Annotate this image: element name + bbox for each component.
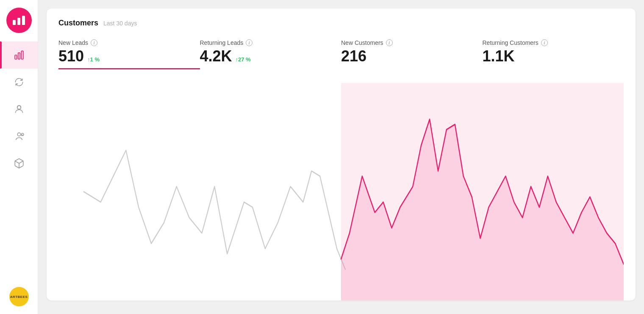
main-content: Customers Last 30 days New Leads i 510 ↑… [38, 0, 644, 314]
metric-new-leads[interactable]: New Leads i 510 ↑1 % [58, 39, 200, 69]
card-title: Customers [58, 19, 98, 28]
svg-rect-0 [13, 20, 16, 25]
metric-new-leads-label: New Leads i [58, 39, 192, 46]
chart-area [58, 83, 624, 300]
metric-returning-customers-label: Returning Customers i [483, 39, 616, 46]
card-subtitle: Last 30 days [103, 20, 137, 27]
svg-rect-2 [22, 16, 25, 25]
metric-returning-leads-value-row: 4.2K ↑27 % [200, 49, 333, 64]
returning-customers-info-icon[interactable]: i [541, 39, 548, 46]
new-leads-info-icon[interactable]: i [91, 39, 97, 46]
svg-rect-5 [21, 51, 23, 59]
sidebar: Artbees [0, 0, 38, 314]
chart-gray-line [84, 150, 345, 269]
metric-returning-leads[interactable]: Returning Leads i 4.2K ↑27 % [200, 39, 341, 69]
contacts-icon [14, 104, 25, 115]
metric-new-leads-value-row: 510 ↑1 % [58, 49, 192, 64]
sidebar-item-analytics[interactable] [0, 41, 38, 69]
metric-returning-leads-value: 4.2K [200, 49, 232, 64]
sidebar-bottom: Artbees [9, 287, 29, 306]
packages-icon [14, 158, 25, 169]
sidebar-item-sync[interactable] [0, 69, 38, 96]
analytics-icon [14, 50, 25, 61]
returning-leads-info-icon[interactable]: i [246, 39, 253, 46]
metric-new-customers-value-row: 216 [341, 49, 474, 64]
metrics-row: New Leads i 510 ↑1 % Returning Leads i 4… [58, 39, 624, 69]
customers-card: Customers Last 30 days New Leads i 510 ↑… [47, 8, 636, 300]
sync-icon [14, 77, 25, 88]
svg-rect-1 [17, 18, 20, 25]
metric-returning-customers[interactable]: Returning Customers i 1.1K [483, 39, 624, 69]
vendor-icon [14, 131, 25, 142]
new-customers-info-icon[interactable]: i [386, 39, 393, 46]
metric-new-customers-label: New Customers i [341, 39, 474, 46]
svg-rect-4 [18, 53, 19, 59]
svg-point-9 [21, 133, 23, 135]
metric-returning-customers-value: 1.1K [483, 49, 515, 64]
svg-point-8 [17, 133, 21, 136]
metric-new-customers-value: 216 [341, 49, 366, 64]
svg-point-7 [17, 105, 21, 109]
sidebar-item-vendor[interactable] [0, 123, 38, 150]
sidebar-item-contacts[interactable] [0, 96, 38, 123]
metric-returning-leads-label: Returning Leads i [200, 39, 333, 46]
sidebar-item-packages[interactable] [0, 150, 38, 177]
sidebar-nav [0, 41, 38, 177]
metric-new-customers[interactable]: New Customers i 216 [341, 39, 483, 69]
metric-new-leads-change: ↑1 % [87, 56, 100, 63]
metric-returning-customers-value-row: 1.1K [483, 49, 616, 64]
metric-new-leads-value: 510 [58, 49, 84, 64]
chart-svg [58, 83, 624, 300]
user-avatar[interactable]: Artbees [9, 287, 29, 306]
metric-returning-leads-change: ↑27 % [236, 56, 251, 63]
app-logo[interactable] [6, 8, 32, 33]
card-header: Customers Last 30 days [58, 19, 624, 28]
svg-rect-3 [15, 55, 17, 59]
